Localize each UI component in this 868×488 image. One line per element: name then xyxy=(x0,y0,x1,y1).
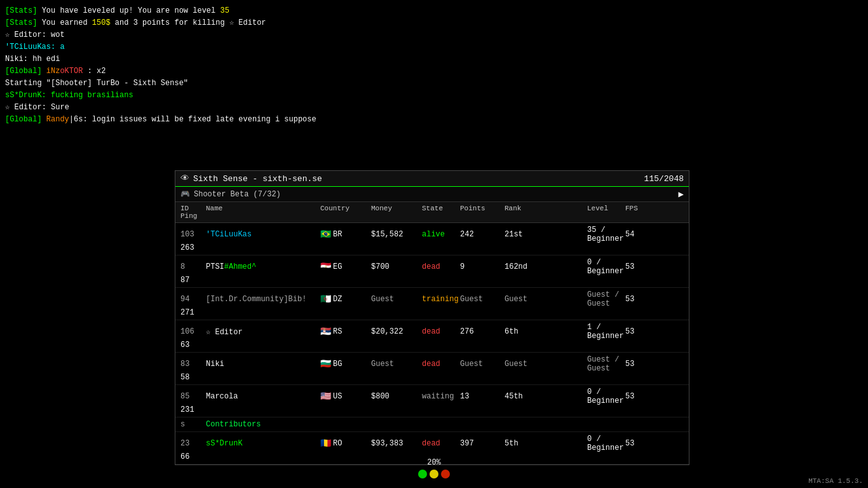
player-count: 115/2048 xyxy=(644,174,684,184)
next-arrow-icon[interactable]: ▶ xyxy=(679,189,684,200)
chat-star3-icon: ☆ xyxy=(5,103,10,112)
chat-line-niki: Niki: hh edi xyxy=(5,53,323,65)
row-ping: 87 xyxy=(180,276,206,285)
row-name: Marcola xyxy=(206,392,320,401)
col-header-money: Money xyxy=(371,205,422,212)
table-row: 85 Marcola 🇺🇸 US $800 waiting 13 45th 0 … xyxy=(175,385,689,417)
chat-line-global-inz: [Global] iNzoKTOR : x2 xyxy=(5,65,323,77)
row-fps: 53 xyxy=(625,360,663,369)
row-ping: 231 xyxy=(180,405,206,414)
row-ping: 66 xyxy=(180,452,206,461)
chat-editor-name: Editor xyxy=(238,18,266,27)
row-rank: 162nd xyxy=(505,262,587,271)
flag-icon: 🇧🇬 xyxy=(320,361,330,368)
name-suffix: #Ahmed^ xyxy=(224,262,256,271)
row-rank: 45th xyxy=(505,392,587,401)
mode-name: Shooter Beta (7/32) xyxy=(194,190,281,199)
row-country: 🇷🇸 RS xyxy=(320,327,371,336)
chat-level-value: 35 xyxy=(220,6,229,15)
row-name: PTSI#Ahmed^ xyxy=(206,262,320,271)
row-name: [Int.Dr.Community]Bib! xyxy=(206,295,320,304)
name-prefix: PTSI xyxy=(206,262,224,271)
row-state: alive xyxy=(422,230,460,239)
row-country: 🇷🇴 RO xyxy=(320,439,371,448)
name-star-icon: ☆ xyxy=(206,328,215,337)
server-name: Sixth Sense - sixth-sen.se xyxy=(193,174,322,184)
row-country: 🇧🇬 BG xyxy=(320,360,371,369)
row-level: 1 / Beginner xyxy=(587,323,625,341)
chat-and-text: and 3 points for killing xyxy=(115,18,229,27)
chat-inz-msg: : x2 xyxy=(88,67,106,76)
chat-starting-text: Starting "[Shooter] TurBo - Sixth Sense" xyxy=(5,79,188,88)
chat-editor-wot-text: Editor: wot xyxy=(14,30,64,39)
row-fps: 53 xyxy=(625,262,663,271)
mta-version: MTA:SA 1.5.3. xyxy=(808,477,863,485)
col-header-level: Level xyxy=(587,205,625,212)
chat-text: You have leveled up! You are now level xyxy=(42,6,220,15)
chat-editor-sure-text: Editor: Sure xyxy=(14,103,69,112)
flag-icon: 🇩🇿 xyxy=(320,296,330,303)
col-header-country: Country xyxy=(320,205,371,212)
flag-icon: 🇺🇸 xyxy=(320,393,330,400)
row-money: $700 xyxy=(371,262,422,271)
panel-header-left: 👁 Sixth Sense - sixth-sen.se xyxy=(180,173,322,184)
col-header-rank: Rank xyxy=(505,205,587,212)
table-row: s Contributors xyxy=(175,417,689,432)
row-points: 276 xyxy=(460,327,505,336)
row-id: 106 xyxy=(180,327,206,336)
chat-money-value: 150$ xyxy=(92,18,111,27)
chat-star2-icon: ☆ xyxy=(5,30,10,39)
row-id: 8 xyxy=(180,262,206,271)
table-header: ID Name Country Money State Points Rank … xyxy=(175,202,689,223)
row-rank: 21st xyxy=(505,230,587,239)
row-money: $15,582 xyxy=(371,230,422,239)
row-points: Guest xyxy=(460,360,505,369)
chat-line-starting: Starting "[Shooter] TurBo - Sixth Sense" xyxy=(5,78,323,89)
table-row: 106 ☆ Editor 🇷🇸 RS $20,322 dead 276 6th … xyxy=(175,320,689,353)
row-ping: 58 xyxy=(180,373,206,382)
flag-icon: 🇷🇸 xyxy=(320,329,330,336)
chat-niki-text: Niki: hh edi xyxy=(5,55,60,64)
row-ping: 271 xyxy=(180,308,206,317)
flag-icon: 🇪🇬 xyxy=(320,264,330,271)
row-fps: 53 xyxy=(625,392,663,401)
chat-tag-global: [Global] xyxy=(5,67,42,76)
row-money: Guest xyxy=(371,360,422,369)
chat-line-stats-earned: [Stats] You earned 150$ and 3 points for… xyxy=(5,17,323,29)
table-row: 83 Niki 🇧🇬 BG Guest dead Guest Guest Gue… xyxy=(175,353,689,385)
score-panel: 👁 Sixth Sense - sixth-sen.se 115/2048 🎮 … xyxy=(175,170,689,465)
chat-tag-global2: [Global] xyxy=(5,115,42,124)
row-name: Niki xyxy=(206,360,320,369)
chat-randy-msg: |6s: login issues will be fixed late eve… xyxy=(69,115,316,124)
chat-line-editor-wot: ☆ Editor: wot xyxy=(5,29,323,41)
chat-earned-text: You earned xyxy=(42,18,92,27)
row-fps: 53 xyxy=(625,327,663,336)
row-name: Contributors xyxy=(206,420,320,429)
chat-line-global-randy: [Global] Randy|6s: login issues will be … xyxy=(5,114,323,125)
table-row: 103 'TCiLuuKas 🇧🇷 BR $15,582 alive 242 2… xyxy=(175,223,689,255)
table-row: 94 [Int.Dr.Community]Bib! 🇩🇿 DZ Guest tr… xyxy=(175,288,689,320)
row-level: 0 / Beginner xyxy=(587,435,625,452)
chat-line-editor-sure: ☆ Editor: Sure xyxy=(5,102,323,113)
row-country: 🇪🇬 EG xyxy=(320,262,371,271)
chat-inz-suffix: oKTOR xyxy=(60,67,83,76)
row-id: 103 xyxy=(180,230,206,239)
chat-star-icon: ☆ xyxy=(229,18,234,27)
row-money: Guest xyxy=(371,295,422,304)
col-header-name: Name xyxy=(206,205,320,212)
chat-area: [Stats] You have leveled up! You are now… xyxy=(5,5,323,126)
flag-icon: 🇷🇴 xyxy=(320,440,330,447)
progress-dot-green xyxy=(418,470,427,478)
row-level: Guest / Guest xyxy=(587,290,625,308)
chat-line-ss-drunk: sS*DrunK: fucking brasilians xyxy=(5,90,323,101)
server-icon: 👁 xyxy=(180,173,189,184)
row-level: 0 / Beginner xyxy=(587,258,625,276)
row-id: 23 xyxy=(180,439,206,448)
row-level: Guest / Guest xyxy=(587,355,625,373)
row-id: 85 xyxy=(180,392,206,401)
row-level: 35 / Beginner xyxy=(587,226,625,243)
panel-subheader: 🎮 Shooter Beta (7/32) ▶ xyxy=(175,187,689,202)
row-fps: 53 xyxy=(625,295,663,304)
row-points: 13 xyxy=(460,392,505,401)
panel-header: 👁 Sixth Sense - sixth-sen.se 115/2048 xyxy=(175,171,689,187)
